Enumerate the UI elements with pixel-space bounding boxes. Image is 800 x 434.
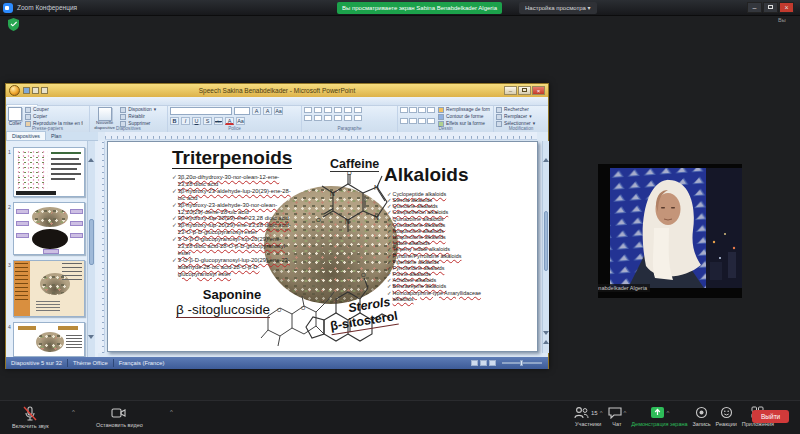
slide-canvas[interactable]: Triterpenoids ✓3β,20α-dihydroxy-30-nor-o… [107, 141, 538, 352]
align-right-button[interactable] [324, 115, 332, 121]
next-slide-button[interactable] [543, 331, 549, 352]
participants-button[interactable]: 15 ^ Участники [574, 406, 603, 427]
shape-arrow-icon[interactable] [409, 107, 417, 113]
thumb2-label-pill [70, 221, 83, 226]
participant-video-tile[interactable]: Sabina Benabdelkader Algeria [598, 164, 742, 298]
shrink-font-button[interactable]: A [263, 107, 272, 115]
indent-more-button[interactable] [334, 107, 342, 113]
columns-button[interactable] [344, 115, 352, 121]
close-button[interactable]: × [779, 2, 794, 13]
slide-scroll-up[interactable] [543, 141, 549, 162]
shape-ellipse-icon[interactable] [427, 107, 435, 113]
slide-scroll-thumb[interactable] [544, 211, 548, 271]
group-editing: Rechercher Remplacer▾ Sélectionner▾ Modi… [494, 106, 548, 132]
indent-less-button[interactable] [324, 107, 332, 113]
shape-more-icon[interactable] [427, 118, 435, 124]
slide-thumbnail-4[interactable]: 4 [13, 322, 85, 357]
shape-rectangle-icon[interactable] [418, 107, 426, 113]
ppt-close-button[interactable]: × [532, 86, 545, 95]
group-clipboard: Coller Couper Copier Reproduire la mise … [6, 106, 90, 132]
participants-caret[interactable]: ^ [600, 410, 603, 416]
find-button[interactable]: Rechercher [496, 107, 546, 113]
record-button[interactable]: Запись [693, 406, 711, 427]
minimize-button[interactable]: – [747, 2, 762, 13]
shape-outline-icon [438, 114, 444, 120]
unmute-button[interactable]: Включить звук [12, 406, 49, 429]
shape-outline-button[interactable]: Contour de forme [438, 114, 490, 120]
pane-tab-plan[interactable]: Plan [46, 132, 66, 140]
text-direction-button[interactable] [354, 107, 362, 113]
shape-triangle-icon[interactable] [400, 118, 408, 124]
layout-button[interactable]: Disposition▾ [120, 107, 165, 113]
shape-callout-icon[interactable] [418, 118, 426, 124]
ppt-minimize-button[interactable]: – [504, 86, 517, 95]
language-indicator[interactable]: Français (France) [119, 360, 165, 366]
pane-scrollbar[interactable] [87, 141, 95, 357]
mute-options-caret[interactable]: ^ [72, 409, 75, 415]
justify-button[interactable] [334, 115, 342, 121]
align-center-button[interactable] [314, 115, 322, 121]
triterpenoid-item: ✓3-O-β-D-glucopyranosyl-lup-20(29)-ene-2… [172, 236, 291, 257]
share-screen-button[interactable]: ^ Демонстрация экрана [631, 406, 687, 427]
scroll-down-arrow[interactable] [88, 335, 94, 356]
shadow-button[interactable]: S [203, 117, 212, 125]
shape-line-icon[interactable] [400, 107, 408, 113]
font-size-select[interactable] [234, 107, 250, 115]
font-color-button[interactable]: A [225, 117, 234, 125]
ppt-maximize-button[interactable] [518, 86, 531, 95]
cut-button[interactable]: Couper [25, 107, 83, 113]
group-slides: Nouvelle diapositive Disposition▾ Rétabl… [90, 106, 168, 132]
numbering-button[interactable] [314, 107, 322, 113]
italic-button[interactable]: I [181, 117, 190, 125]
thumb2-label-pill [70, 209, 83, 214]
ppt-maximize-icon [522, 88, 527, 92]
share-caret[interactable]: ^ [667, 410, 670, 416]
leave-button[interactable]: Выйти [752, 410, 789, 423]
replace-button[interactable]: Remplacer▾ [496, 114, 546, 120]
underline-button[interactable]: U [192, 117, 201, 125]
paste-button[interactable]: Coller [8, 107, 22, 127]
slideshow-button[interactable] [489, 360, 496, 366]
reactions-button[interactable]: Реакции [716, 406, 737, 427]
chat-button[interactable]: ^ Чат [608, 406, 627, 427]
shape-fill-button[interactable]: Remplissage de forme [438, 107, 490, 113]
convert-smartart-button[interactable] [354, 115, 362, 121]
slide-sorter-button[interactable] [480, 360, 487, 366]
view-settings-dropdown[interactable]: Настройка просмотра ▾ [519, 2, 597, 14]
find-icon [496, 107, 502, 113]
slide-scrollbar[interactable] [542, 141, 549, 353]
svg-text:O: O [347, 172, 352, 176]
reset-button[interactable]: Rétablir [120, 114, 165, 120]
shapes-gallery[interactable] [400, 107, 435, 127]
slide-thumbnail-3[interactable]: 3 [13, 260, 85, 317]
record-icon [695, 406, 708, 419]
grow-font-button[interactable]: A [252, 107, 261, 115]
strikethrough-button[interactable]: abc [214, 117, 223, 125]
alkaloids-title: Alkaloids [384, 164, 468, 185]
zoom-slider-handle[interactable] [520, 360, 523, 366]
align-left-button[interactable] [304, 115, 312, 121]
thumb2-label-pill [16, 221, 29, 226]
chat-caret[interactable]: ^ [624, 410, 627, 416]
bold-button[interactable]: B [170, 117, 179, 125]
thumb3-text-bars [15, 263, 28, 303]
security-shield-icon[interactable] [8, 17, 19, 35]
powerpoint-titlebar[interactable]: Speech Sakina Benabdelkader - Microsoft … [6, 84, 548, 97]
font-name-select[interactable] [170, 107, 232, 115]
stop-video-button[interactable]: Остановить видео [96, 406, 143, 428]
character-spacing-button[interactable]: Aa [236, 117, 245, 125]
normal-view-button[interactable] [471, 360, 478, 366]
zoom-slider[interactable] [502, 362, 542, 364]
pane-tab-diapositives[interactable]: Diapositives [6, 131, 46, 140]
copy-button[interactable]: Copier [25, 114, 83, 120]
slide-thumbnail-1[interactable]: 1 [13, 147, 85, 197]
pane-scroll-thumb[interactable] [89, 219, 94, 265]
video-options-caret[interactable]: ^ [170, 409, 173, 415]
maximize-button[interactable] [763, 2, 778, 13]
bullets-button[interactable] [304, 107, 312, 113]
scroll-up-arrow[interactable] [88, 141, 94, 162]
line-spacing-button[interactable] [344, 107, 352, 113]
clear-format-button[interactable]: Aa [274, 107, 283, 115]
slide-thumbnail-2[interactable]: 2 [13, 202, 85, 255]
shape-star-icon[interactable] [409, 118, 417, 124]
